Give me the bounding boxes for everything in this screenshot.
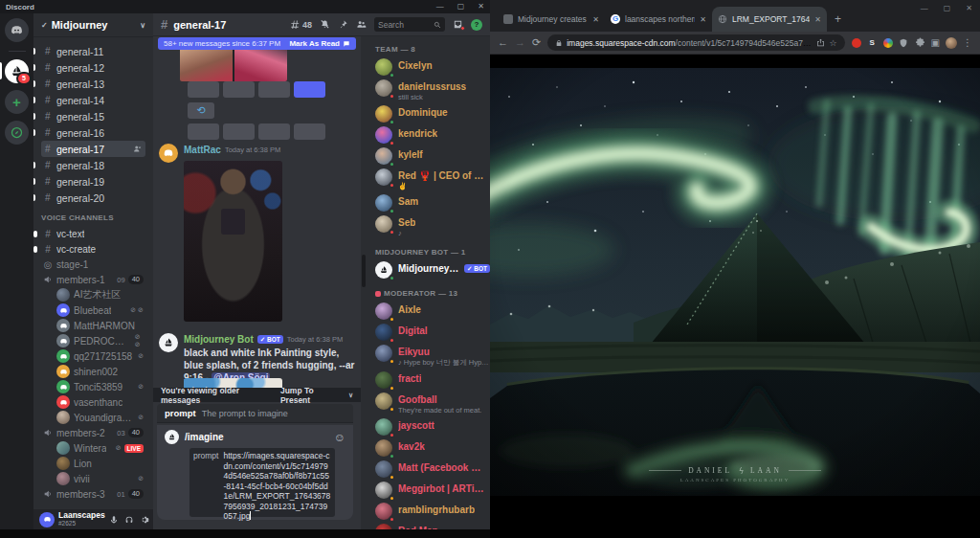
- close-button[interactable]: ✕: [478, 0, 484, 13]
- member-row[interactable]: Red 🦞 | CEO of bugs … ✌: [373, 167, 490, 192]
- member-row[interactable]: Digital: [373, 322, 490, 343]
- channel-item[interactable]: # general-19: [41, 173, 145, 190]
- voice-row[interactable]: # ◎ members-1 09 40: [41, 272, 145, 287]
- home-button[interactable]: [5, 18, 29, 42]
- channel-item[interactable]: # general-13: [41, 76, 145, 92]
- channel-item[interactable]: # general-11: [41, 43, 145, 59]
- member-row[interactable]: Matt (Facebook mod): [373, 459, 490, 480]
- extension-icon-colorful[interactable]: [883, 38, 893, 48]
- reload-button[interactable]: ⟳: [532, 37, 541, 48]
- new-messages-bar[interactable]: 58+ new messages since 6:37 PM Mark As R…: [158, 37, 356, 50]
- minimize-button[interactable]: —: [921, 4, 928, 12]
- forward-button[interactable]: →: [515, 37, 525, 48]
- prompt-parameter-box[interactable]: prompt https://images.squarespace-cdn.co…: [189, 448, 335, 517]
- autocomplete-option[interactable]: prompt: [165, 408, 196, 418]
- voice-row[interactable]: # ◎ Bluebeat ⊘ ⊘: [41, 303, 145, 318]
- close-tab-icon[interactable]: ✕: [592, 15, 599, 24]
- message-author[interactable]: Midjourney Bot: [184, 334, 254, 345]
- headphones-icon[interactable]: [124, 515, 134, 525]
- tab-groups-icon[interactable]: ▣: [931, 37, 940, 48]
- member-row[interactable]: kylelf: [373, 146, 490, 167]
- param-value-input[interactable]: https://images.squarespace-cdn.com/conte…: [223, 451, 331, 514]
- message-author[interactable]: MattRac: [184, 145, 221, 155]
- voice-row[interactable]: # ◎ members-2 03 40: [41, 425, 145, 440]
- member-row[interactable]: Midjourney Bot✓ BOT: [373, 259, 490, 280]
- member-row[interactable]: Cixelyn: [373, 56, 490, 78]
- channel-item[interactable]: # general-16: [41, 124, 145, 141]
- member-row[interactable]: ramblingrhubarb: [373, 501, 490, 522]
- server-icon-midjourney[interactable]: 5: [5, 59, 29, 83]
- member-row[interactable]: kav2k: [373, 437, 490, 459]
- voice-row[interactable]: # ◎ MattHARMON: [41, 318, 145, 333]
- share-icon[interactable]: [816, 38, 825, 47]
- puzzle-extensions-icon[interactable]: [915, 37, 925, 48]
- member-row[interactable]: jayscott: [373, 416, 490, 437]
- threads-button[interactable]: 48: [290, 19, 312, 30]
- profile-avatar[interactable]: [946, 37, 957, 49]
- upscale-button[interactable]: [188, 81, 219, 98]
- help-icon[interactable]: ?: [471, 19, 482, 31]
- member-row[interactable]: Red Man: [373, 522, 490, 529]
- voice-row[interactable]: # ◎ Youandigraphics ⊘: [41, 410, 145, 425]
- voice-row[interactable]: # ◎ members-3 01 40: [41, 486, 145, 502]
- server-header[interactable]: ✓ Midjourney ∨: [33, 13, 153, 37]
- voice-row[interactable]: # ◎ Tonci53859 ⊘: [41, 379, 145, 394]
- members-icon[interactable]: [356, 19, 367, 30]
- voice-row[interactable]: # ◎ stage-1: [41, 257, 145, 272]
- back-button[interactable]: ←: [498, 37, 508, 48]
- gym-selfie-image[interactable]: [184, 161, 282, 322]
- member-row[interactable]: Seb ♪: [373, 213, 490, 239]
- channel-item[interactable]: # general-18: [41, 157, 145, 173]
- upscale-button[interactable]: [223, 81, 255, 98]
- close-button[interactable]: ✕: [966, 4, 972, 12]
- channel-item[interactable]: # general-14: [41, 92, 145, 108]
- variation-button[interactable]: [188, 123, 219, 140]
- voice-row[interactable]: # ◎ qq271725158 ⊘: [41, 348, 145, 364]
- tab-image-active[interactable]: LRM_EXPORT_17643678795693 ✕: [712, 7, 827, 32]
- explore-servers-button[interactable]: [5, 121, 29, 145]
- member-row[interactable]: Goofball They're made out of meat.: [373, 391, 490, 416]
- voice-row[interactable]: # ◎ vc-create: [41, 241, 145, 257]
- extension-icon-s[interactable]: S: [867, 37, 878, 48]
- command-autocomplete[interactable]: prompt The prompt to imagine: [157, 404, 353, 423]
- voice-row[interactable]: # ◎ PEDROCOELHO… ⊘ ⊘: [41, 333, 145, 348]
- voice-row[interactable]: # ◎ Lion: [41, 456, 145, 471]
- member-row[interactable]: Aixle: [373, 301, 490, 322]
- bell-slash-icon[interactable]: [320, 19, 330, 30]
- maximize-button[interactable]: ▢: [457, 0, 465, 13]
- shield-icon[interactable]: [899, 37, 909, 48]
- variation-button[interactable]: [294, 123, 325, 140]
- variation-button[interactable]: [258, 123, 290, 140]
- voice-section-header[interactable]: VOICE CHANNELS: [41, 213, 145, 222]
- inbox-button[interactable]: [453, 19, 463, 30]
- add-server-button[interactable]: +: [5, 90, 29, 114]
- pin-icon[interactable]: [338, 19, 348, 30]
- member-row[interactable]: fracti: [373, 370, 490, 391]
- message-input-box[interactable]: /imagine ☺ prompt https://images.squares…: [157, 425, 353, 520]
- voice-row[interactable]: # ◎ vivii ⊘: [41, 471, 145, 486]
- emoji-picker-icon[interactable]: ☺: [334, 432, 345, 443]
- search-box[interactable]: [374, 17, 445, 32]
- kebab-menu-icon[interactable]: ⋮: [963, 37, 972, 48]
- variation-button[interactable]: [223, 123, 255, 140]
- voice-row[interactable]: # ◎ Wintera ⊘ LIVE: [41, 440, 145, 456]
- member-row[interactable]: Eikyuu ♪ Hype boy 너만 볼게 Hype …: [373, 343, 490, 370]
- close-tab-icon[interactable]: ✕: [814, 15, 821, 24]
- minimize-button[interactable]: —: [436, 0, 444, 13]
- member-row[interactable]: Sam: [373, 192, 490, 213]
- avatar[interactable]: [159, 333, 178, 352]
- avatar[interactable]: [159, 144, 178, 163]
- voice-row[interactable]: # ◎ AI艺术社区: [41, 287, 145, 303]
- mark-as-read-button[interactable]: Mark As Read: [289, 39, 350, 48]
- tab-google-search[interactable]: G laanscapes northern lights - Goo ✕: [605, 7, 712, 32]
- gear-icon[interactable]: [140, 515, 149, 525]
- upscale-button[interactable]: [294, 81, 325, 98]
- upscale-button[interactable]: [258, 81, 290, 98]
- close-tab-icon[interactable]: ✕: [700, 15, 706, 24]
- tab-midjourney-article[interactable]: Midjourney creates photorealis ✕: [498, 7, 605, 32]
- extension-icon-red[interactable]: [852, 38, 861, 48]
- maximize-button[interactable]: ▢: [944, 4, 951, 12]
- member-row[interactable]: Meggirbot | ARTificial…: [373, 480, 490, 501]
- channel-item[interactable]: # general-12: [41, 59, 145, 76]
- channel-item[interactable]: # general-20: [41, 190, 145, 206]
